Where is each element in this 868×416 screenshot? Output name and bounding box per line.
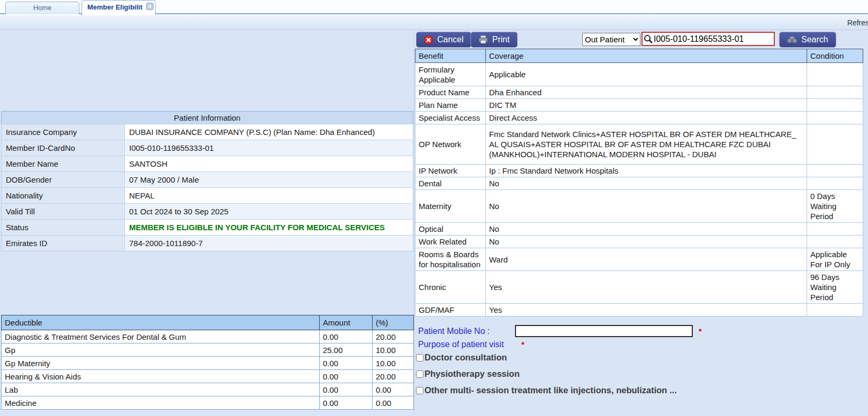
table-row: Lab 0.00 0.00 — [2, 383, 414, 396]
refresh-strip: Refres — [0, 15, 868, 30]
table-row: Gp Maternity 0.00 10.00 — [2, 357, 414, 370]
search-input[interactable] — [653, 33, 774, 44]
table-row: Emirates ID 784-2000-1011890-7 — [2, 236, 413, 251]
table-row: Diagnostic & Treatment Services For Dent… — [2, 330, 414, 343]
col-condition: Condition — [807, 49, 863, 63]
deductible-table: Deductible Amount (%) Diagnostic & Treat… — [1, 315, 414, 410]
col-amount: Amount — [320, 315, 373, 330]
print-button[interactable]: Print — [471, 32, 518, 48]
table-row: Insurance Company DUBAI INSURANCE COMPAN… — [2, 124, 413, 140]
table-row: Plan Name DIC TM — [415, 99, 863, 112]
table-row: Valid Till 01 Oct 2024 to 30 Sep 2025 — [2, 204, 413, 220]
table-row: Nationality NEPAL — [2, 188, 413, 204]
purpose-label: Purpose of patient visit — [418, 340, 504, 349]
table-row: Specialist Access Direct Access — [415, 112, 863, 124]
benefit-table: Benefit Coverage Condition Formulary App… — [415, 49, 863, 316]
patient-type-select[interactable]: Out Patient — [582, 33, 640, 46]
doctor-consultation-checkbox[interactable] — [416, 354, 423, 361]
mobile-required-marker: * — [699, 327, 702, 336]
col-coverage: Coverage — [486, 49, 807, 63]
col-percent: (%) — [373, 315, 414, 330]
table-row: Product Name Dha Enhanced — [415, 86, 863, 99]
panel-divider — [414, 30, 414, 416]
purpose-option: Physiotherapy session — [416, 369, 520, 379]
other-treatment-checkbox[interactable] — [416, 387, 423, 394]
search-button[interactable]: Search — [779, 32, 836, 48]
printer-icon — [478, 35, 488, 44]
purpose-option: Doctor consultation — [416, 352, 507, 363]
table-row: Status MEMBER IS ELIGIBLE IN YOUR FACILI… — [2, 220, 413, 236]
mobile-label: Patient Mobile No : — [418, 327, 490, 336]
table-row: Rooms & Boards for hospitalisation Ward … — [415, 248, 863, 271]
mobile-input[interactable] — [515, 325, 693, 337]
physiotherapy-session-checkbox[interactable] — [416, 370, 423, 378]
table-row: OP Network Fmc Standard Network Clinics+… — [415, 124, 863, 165]
col-deductible: Deductible — [2, 315, 320, 330]
table-row: GDF/MAF Yes — [415, 304, 863, 316]
table-row: Chronic Yes 96 Days Waiting Period — [415, 271, 863, 304]
table-row: Member Name SANTOSH — [2, 156, 413, 172]
table-row: Hearing & Vision Aids 0.00 20.00 — [2, 370, 414, 383]
refresh-link[interactable]: Refres — [847, 19, 868, 27]
table-row: Medicine 0.00 0.00 — [2, 396, 414, 410]
tab-home[interactable]: Home — [5, 2, 79, 14]
table-row: Formulary Applicable Applicable — [415, 63, 863, 86]
table-row: Work Related No — [415, 236, 863, 248]
table-row: DOB/Gender 07 May 2000 / Male — [2, 172, 413, 188]
patient-info-title: Patient Information — [1, 111, 413, 124]
tab-bar: Home Member Eligibilit x — [0, 0, 868, 14]
close-icon[interactable]: x — [146, 3, 153, 10]
purpose-option: Other multi- session treatment like inje… — [416, 385, 677, 395]
status-badge: MEMBER IS ELIGIBLE IN YOUR FACILITY FOR … — [125, 220, 413, 236]
cancel-button[interactable]: Cancel — [416, 32, 472, 48]
col-benefit: Benefit — [415, 49, 486, 63]
benefit-header-row: Benefit Coverage Condition — [415, 49, 863, 63]
deductible-header-row: Deductible Amount (%) — [2, 315, 414, 330]
tab-member-eligibility[interactable]: Member Eligibilit x — [82, 0, 156, 15]
table-row: Dental No — [415, 177, 863, 190]
table-row: Gp 25.00 10.00 — [2, 343, 414, 357]
table-row: Maternity No 0 Days Waiting Period — [415, 190, 863, 223]
table-row: Optical No — [415, 223, 863, 236]
search-icon — [644, 34, 653, 44]
cancel-x-icon — [424, 35, 433, 44]
table-row: IP Network Ip : Fmc Standard Network Hos… — [415, 165, 863, 177]
binoculars-icon — [787, 36, 797, 43]
search-box — [641, 32, 775, 46]
patient-info-table: Patient Information Insurance Company DU… — [1, 111, 413, 251]
purpose-required-marker: * — [521, 340, 525, 349]
main-content: Cancel Print Out Patient Search — [0, 30, 868, 416]
table-row: Member ID-CardNo I005-010-119655333-01 — [2, 140, 413, 156]
